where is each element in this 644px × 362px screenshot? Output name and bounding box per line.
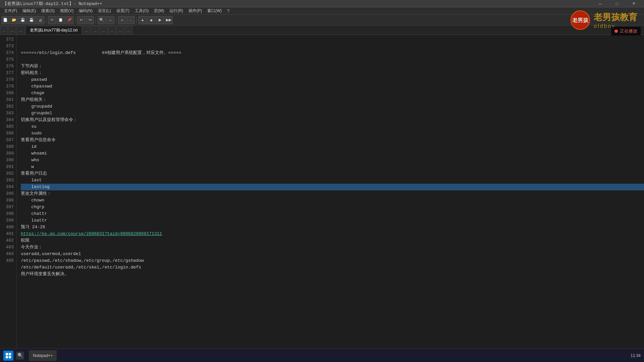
line-number: 389 <box>3 150 14 157</box>
code-line: lsattr <box>21 217 644 224</box>
open-button[interactable]: 📂 <box>10 16 18 24</box>
copy-button[interactable]: 📋 <box>57 16 65 24</box>
menu-language[interactable]: 语言(L) <box>95 7 114 15</box>
line-number: 404 <box>3 251 14 257</box>
line-number: 402 <box>3 237 14 244</box>
line-number: 388 <box>3 143 14 150</box>
menu-search[interactable]: 搜索(S) <box>39 7 57 15</box>
tab-9[interactable]: ... <box>116 26 124 35</box>
tab-10[interactable]: ... <box>125 26 132 35</box>
zoom-out-button[interactable]: - <box>127 16 135 24</box>
zoom-in-button[interactable]: + <box>118 16 126 24</box>
code-line: 预习 24-26 <box>21 224 644 231</box>
title-text: 【老男孩Linux77期-day12.txt】- Notepad++ <box>3 1 102 7</box>
code-line: 查看用户日志 <box>21 170 644 177</box>
paste-button[interactable]: 📌 <box>65 16 73 24</box>
line-number: 405 <box>3 257 14 264</box>
taskbar-app[interactable]: Notepad++ <box>29 350 57 361</box>
code-line: 用户组相关： <box>21 97 644 103</box>
line-number: 375 <box>3 56 14 63</box>
minimize-button[interactable]: — <box>592 0 608 7</box>
line-number: 386 <box>3 130 14 137</box>
code-line: id <box>21 143 644 150</box>
code-line: 用户环境变量丢失解决。 <box>21 271 644 278</box>
line-number: 403 <box>3 244 14 251</box>
toolbar-sep-5 <box>137 17 137 23</box>
line-number: 380 <box>3 90 14 97</box>
code-line: chage <box>21 90 644 97</box>
logo-icon: 老男孩 <box>570 10 590 30</box>
toolbar-sep-3 <box>96 17 96 23</box>
watermark-line1: 老男孩教育 <box>594 11 637 23</box>
print-button[interactable]: 🖨 <box>36 16 44 24</box>
line-number: 384 <box>3 117 14 123</box>
search-taskbar[interactable]: 🔍 <box>16 352 24 360</box>
menu-file[interactable]: 文件(F) <box>1 7 20 15</box>
code-line: chpasswd <box>21 83 644 90</box>
menu-plugins[interactable]: 插件(P) <box>186 7 205 15</box>
code-line: whoami <box>21 150 644 157</box>
menu-run[interactable]: 运行(R) <box>167 7 186 15</box>
code-line: 权限 <box>21 237 644 244</box>
line-number: 381 <box>3 97 14 103</box>
line-number: 391 <box>3 164 14 170</box>
maximize-button[interactable]: □ <box>609 0 625 7</box>
line-number: 392 <box>3 170 14 177</box>
line-number: 374 <box>3 50 14 56</box>
menu-encoding[interactable]: 编码(N) <box>76 7 95 15</box>
titlebar: 【老男孩Linux77期-day12.txt】- Notepad++ — □ ✕ <box>0 0 644 7</box>
tab-8[interactable]: ... <box>108 26 116 35</box>
replace-button[interactable]: ↔ <box>106 16 114 24</box>
save-button[interactable]: 💾 <box>19 16 27 24</box>
macro-stop-button[interactable]: ■ <box>147 16 155 24</box>
redo-button[interactable]: ↪ <box>86 16 94 24</box>
new-button[interactable]: 📄 <box>1 16 9 24</box>
code-line: 今天作业： <box>21 244 644 251</box>
tab-7[interactable]: ... <box>100 26 107 35</box>
menu-help[interactable]: ? <box>224 7 232 15</box>
line-number: 401 <box>3 231 14 237</box>
line-number: 378 <box>3 76 14 83</box>
menu-macro[interactable]: 宏(M) <box>151 7 167 15</box>
tab-active[interactable]: 老男孩Linux77期-day12.txt <box>25 26 82 35</box>
svg-text:老男孩: 老男孩 <box>572 17 589 23</box>
menu-settings[interactable]: 设置(T) <box>114 7 132 15</box>
tab-5[interactable]: ... <box>83 26 90 35</box>
toolbar-sep-1 <box>46 17 46 23</box>
cut-button[interactable]: ✂ <box>48 16 56 24</box>
undo-button[interactable]: ↩ <box>77 16 85 24</box>
code-line: chown <box>21 197 644 204</box>
line-number: 394 <box>3 184 14 190</box>
windows-icon <box>6 353 11 358</box>
macro-rec-button[interactable]: ● <box>139 16 147 24</box>
save-all-button[interactable]: 💾 <box>28 16 36 24</box>
macro-play-button[interactable]: ▶ <box>156 16 164 24</box>
menu-edit[interactable]: 编辑(E) <box>20 7 39 15</box>
menu-tools[interactable]: 工具(O) <box>132 7 151 15</box>
titlebar-controls: — □ ✕ <box>592 0 641 7</box>
editor[interactable]: 3723733743753763773783793803813823833843… <box>0 35 644 354</box>
tab-1[interactable]: ... <box>0 26 8 35</box>
tab-3[interactable]: ... <box>17 26 24 35</box>
line-number: 399 <box>3 217 14 224</box>
close-button[interactable]: ✕ <box>626 0 641 7</box>
tabbar: ... ... ... 老男孩Linux77期-day12.txt ... ..… <box>0 25 644 35</box>
line-number: 379 <box>3 83 14 90</box>
menu-view[interactable]: 视图(V) <box>57 7 76 15</box>
code-line: chgrp <box>21 204 644 210</box>
macro-run-button[interactable]: ▶▶ <box>165 16 173 24</box>
code-content[interactable]: ======/etc/login.defs ##创建用户系统配置，对应文件。==… <box>17 35 644 354</box>
tab-2[interactable]: ... <box>8 26 16 35</box>
link-text[interactable]: https://ke.qq.com/course/2806831?taid=99… <box>21 231 162 237</box>
start-button[interactable] <box>3 351 13 361</box>
live-dot <box>614 29 618 33</box>
line-number: 390 <box>3 157 14 164</box>
online-badge: 正在播放 <box>611 27 641 36</box>
svg-rect-4 <box>6 356 8 358</box>
code-line: 查看用户信息命令 <box>21 137 644 143</box>
code-line: /etc/passwd,/etc/shadow,/etc/group,/etc/… <box>21 257 644 264</box>
search-button[interactable]: 🔍 <box>98 16 106 24</box>
tab-6[interactable]: ... <box>91 26 99 35</box>
code-line: groupadd <box>21 103 644 110</box>
menu-window[interactable]: 窗口(W) <box>205 7 224 15</box>
